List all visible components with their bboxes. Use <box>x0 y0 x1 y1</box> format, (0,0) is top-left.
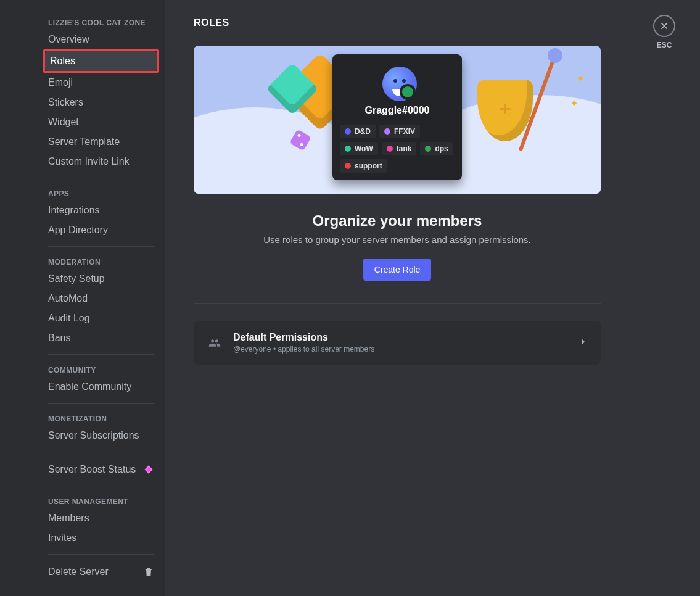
close-area: ESC <box>653 15 675 49</box>
role-chip: support <box>340 159 387 173</box>
divider <box>48 486 154 486</box>
organize-section: Organize your members Use roles to group… <box>194 212 601 281</box>
divider <box>194 303 601 304</box>
role-color-dot <box>345 128 351 135</box>
role-chip-label: dps <box>435 144 448 153</box>
sidebar-item-invites[interactable]: Invites <box>43 528 159 548</box>
page-title: ROLES <box>194 17 601 28</box>
sidebar-item-enable-community[interactable]: Enable Community <box>43 377 159 397</box>
divider <box>48 403 154 404</box>
create-role-button[interactable]: Create Role <box>363 259 432 281</box>
monetization-header: MONETIZATION <box>43 411 159 426</box>
profile-username: Graggle#0000 <box>340 105 455 116</box>
highlight-roles: Roles <box>43 49 159 73</box>
sidebar-item-automod[interactable]: AutoMod <box>43 289 159 308</box>
default-permissions-subtitle: @everyone • applies to all server member… <box>233 345 569 354</box>
community-header: COMMUNITY <box>43 362 159 377</box>
role-chip-label: support <box>355 162 382 170</box>
role-chip: FFXIV <box>379 125 420 138</box>
settings-sidebar: LIZZIE'S COOL CAT ZONE Overview Roles Em… <box>0 0 165 596</box>
server-name-header: LIZZIE'S COOL CAT ZONE <box>43 15 159 30</box>
default-permissions-row[interactable]: Default Permissions @everyone • applies … <box>194 321 601 365</box>
sidebar-item-custom-invite-link[interactable]: Custom Invite Link <box>43 152 159 172</box>
boost-gem-icon <box>144 465 154 474</box>
divider <box>48 246 154 247</box>
role-chip-label: tank <box>397 144 412 153</box>
role-color-dot <box>345 163 351 169</box>
sidebar-item-widget[interactable]: Widget <box>43 112 159 132</box>
role-chip: WoW <box>340 142 378 155</box>
wand-orb-icon <box>548 48 562 63</box>
role-chip: D&D <box>340 125 376 138</box>
role-color-dot <box>345 146 351 152</box>
divider <box>48 554 154 555</box>
role-chip-label: D&D <box>355 127 371 136</box>
sidebar-item-members[interactable]: Members <box>43 508 159 528</box>
sidebar-item-overview[interactable]: Overview <box>43 30 159 49</box>
sparkle-icon <box>578 76 583 81</box>
sidebar-item-app-directory[interactable]: App Directory <box>43 220 159 240</box>
sidebar-item-bans[interactable]: Bans <box>43 328 159 348</box>
organize-heading: Organize your members <box>194 212 601 230</box>
trash-icon <box>144 567 154 577</box>
sidebar-item-safety-setup[interactable]: Safety Setup <box>43 269 159 289</box>
sidebar-item-stickers[interactable]: Stickers <box>43 93 159 112</box>
role-chips: D&DFFXIVWoWtankdpssupport <box>340 125 455 173</box>
divider <box>48 452 154 452</box>
role-chip-label: WoW <box>355 144 373 153</box>
sidebar-item-server-subscriptions[interactable]: Server Subscriptions <box>43 426 159 445</box>
status-online-icon <box>400 84 416 100</box>
role-color-dot <box>387 146 393 152</box>
default-permissions-title: Default Permissions <box>233 332 569 343</box>
close-button[interactable] <box>653 15 675 37</box>
members-icon <box>206 334 223 352</box>
main-content: ESC ROLES Graggle#000 <box>165 0 700 596</box>
profile-preview-card: Graggle#0000 D&DFFXIVWoWtankdpssupport <box>332 54 462 180</box>
chevron-right-icon <box>579 337 588 349</box>
role-color-dot <box>425 146 431 152</box>
role-chip-label: FFXIV <box>394 127 415 136</box>
user-management-header: USER MANAGEMENT <box>43 494 159 508</box>
apps-header: APPS <box>43 186 159 201</box>
sidebar-item-roles[interactable]: Roles <box>45 51 157 71</box>
close-icon <box>659 21 669 31</box>
avatar <box>380 64 419 104</box>
roles-hero-illustration: Graggle#0000 D&DFFXIVWoWtankdpssupport <box>194 46 601 194</box>
sidebar-item-delete-server[interactable]: Delete Server <box>43 562 159 582</box>
organize-subtext: Use roles to group your server members a… <box>194 234 601 245</box>
sidebar-item-server-template[interactable]: Server Template <box>43 132 159 152</box>
divider <box>48 178 154 178</box>
avatar-wrap <box>380 64 414 99</box>
moderation-header: MODERATION <box>43 254 159 269</box>
role-color-dot <box>384 128 390 135</box>
sidebar-item-emoji[interactable]: Emoji <box>43 73 159 93</box>
role-chip: dps <box>420 142 453 155</box>
sidebar-item-integrations[interactable]: Integrations <box>43 201 159 220</box>
role-chip: tank <box>382 142 417 155</box>
sidebar-item-server-boost-status[interactable]: Server Boost Status <box>43 460 159 479</box>
sidebar-item-audit-log[interactable]: Audit Log <box>43 308 159 328</box>
divider <box>48 354 154 355</box>
esc-label: ESC <box>653 41 675 49</box>
